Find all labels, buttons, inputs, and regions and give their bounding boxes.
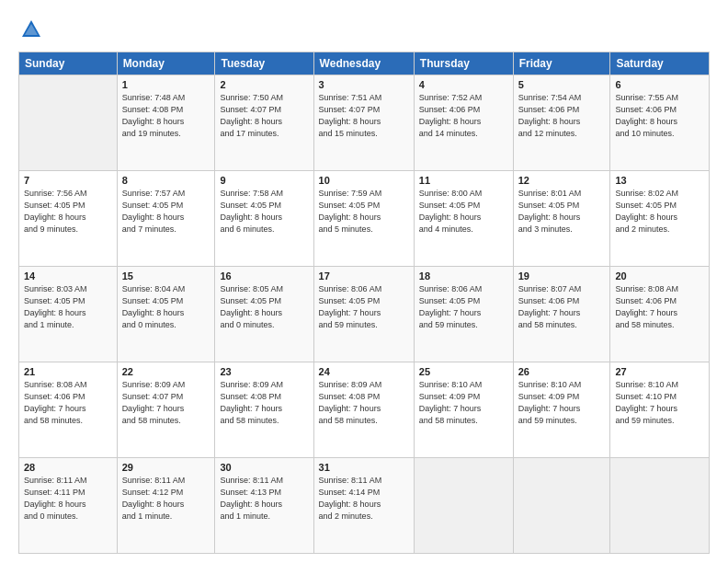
day-info: Sunrise: 8:07 AM Sunset: 4:06 PM Dayligh… (518, 283, 606, 331)
calendar-cell: 18Sunrise: 8:06 AM Sunset: 4:05 PM Dayli… (414, 267, 513, 362)
day-info: Sunrise: 8:10 AM Sunset: 4:09 PM Dayligh… (518, 379, 606, 427)
day-number: 21 (24, 366, 112, 377)
calendar-cell: 5Sunrise: 7:54 AM Sunset: 4:06 PM Daylig… (513, 75, 610, 171)
day-info: Sunrise: 8:01 AM Sunset: 4:05 PM Dayligh… (518, 188, 606, 236)
day-info: Sunrise: 8:09 AM Sunset: 4:08 PM Dayligh… (220, 379, 308, 427)
day-number: 26 (518, 366, 606, 377)
calendar-cell (610, 458, 710, 554)
day-info: Sunrise: 8:00 AM Sunset: 4:05 PM Dayligh… (419, 188, 508, 236)
day-info: Sunrise: 8:09 AM Sunset: 4:07 PM Dayligh… (122, 379, 210, 427)
day-number: 23 (220, 366, 308, 377)
calendar-cell: 9Sunrise: 7:58 AM Sunset: 4:05 PM Daylig… (215, 171, 313, 267)
day-number: 10 (319, 175, 409, 186)
day-number: 15 (122, 270, 210, 282)
calendar-cell: 13Sunrise: 8:02 AM Sunset: 4:05 PM Dayli… (610, 171, 710, 267)
calendar-week-3: 14Sunrise: 8:03 AM Sunset: 4:05 PM Dayli… (19, 267, 710, 362)
calendar-table: SundayMondayTuesdayWednesdayThursdayFrid… (18, 52, 710, 554)
calendar-cell: 16Sunrise: 8:05 AM Sunset: 4:05 PM Dayli… (215, 267, 313, 362)
day-number: 19 (518, 270, 606, 282)
calendar-header-row: SundayMondayTuesdayWednesdayThursdayFrid… (19, 52, 710, 75)
day-info: Sunrise: 8:06 AM Sunset: 4:05 PM Dayligh… (419, 283, 508, 331)
day-info: Sunrise: 8:08 AM Sunset: 4:06 PM Dayligh… (24, 379, 112, 427)
day-info: Sunrise: 7:51 AM Sunset: 4:07 PM Dayligh… (319, 92, 409, 140)
calendar-cell: 21Sunrise: 8:08 AM Sunset: 4:06 PM Dayli… (19, 362, 118, 458)
calendar-cell: 29Sunrise: 8:11 AM Sunset: 4:12 PM Dayli… (117, 458, 215, 554)
day-info: Sunrise: 8:05 AM Sunset: 4:05 PM Dayligh… (220, 283, 308, 331)
day-info: Sunrise: 8:11 AM Sunset: 4:12 PM Dayligh… (122, 475, 210, 523)
col-header-saturday: Saturday (610, 52, 710, 75)
calendar-cell (414, 458, 513, 554)
day-info: Sunrise: 8:11 AM Sunset: 4:11 PM Dayligh… (24, 475, 112, 523)
day-info: Sunrise: 8:09 AM Sunset: 4:08 PM Dayligh… (319, 379, 409, 427)
day-number: 1 (122, 79, 210, 90)
header (18, 17, 710, 42)
calendar-cell: 17Sunrise: 8:06 AM Sunset: 4:05 PM Dayli… (313, 267, 414, 362)
calendar-cell: 19Sunrise: 8:07 AM Sunset: 4:06 PM Dayli… (513, 267, 610, 362)
day-info: Sunrise: 7:52 AM Sunset: 4:06 PM Dayligh… (419, 92, 508, 140)
calendar-cell: 11Sunrise: 8:00 AM Sunset: 4:05 PM Dayli… (414, 171, 513, 267)
logo-icon (18, 17, 44, 42)
day-number: 31 (319, 462, 409, 473)
day-number: 17 (319, 270, 409, 282)
day-info: Sunrise: 8:02 AM Sunset: 4:05 PM Dayligh… (615, 188, 704, 236)
day-info: Sunrise: 8:11 AM Sunset: 4:13 PM Dayligh… (220, 475, 308, 523)
day-info: Sunrise: 7:55 AM Sunset: 4:06 PM Dayligh… (615, 92, 704, 140)
day-info: Sunrise: 7:59 AM Sunset: 4:05 PM Dayligh… (319, 188, 409, 236)
page: SundayMondayTuesdayWednesdayThursdayFrid… (0, 0, 728, 563)
calendar-cell: 25Sunrise: 8:10 AM Sunset: 4:09 PM Dayli… (414, 362, 513, 458)
calendar-cell: 7Sunrise: 7:56 AM Sunset: 4:05 PM Daylig… (19, 171, 118, 267)
col-header-monday: Monday (117, 52, 215, 75)
calendar-cell: 14Sunrise: 8:03 AM Sunset: 4:05 PM Dayli… (19, 267, 118, 362)
day-number: 25 (419, 366, 508, 377)
calendar-cell: 6Sunrise: 7:55 AM Sunset: 4:06 PM Daylig… (610, 75, 710, 171)
day-info: Sunrise: 8:03 AM Sunset: 4:05 PM Dayligh… (24, 283, 112, 331)
day-number: 8 (122, 175, 210, 186)
day-info: Sunrise: 7:58 AM Sunset: 4:05 PM Dayligh… (220, 188, 308, 236)
day-number: 11 (419, 175, 508, 186)
calendar-week-5: 28Sunrise: 8:11 AM Sunset: 4:11 PM Dayli… (19, 458, 710, 554)
day-number: 29 (122, 462, 210, 473)
calendar-cell: 12Sunrise: 8:01 AM Sunset: 4:05 PM Dayli… (513, 171, 610, 267)
calendar-cell: 22Sunrise: 8:09 AM Sunset: 4:07 PM Dayli… (117, 362, 215, 458)
day-number: 20 (615, 270, 704, 282)
calendar-cell: 23Sunrise: 8:09 AM Sunset: 4:08 PM Dayli… (215, 362, 313, 458)
day-number: 24 (319, 366, 409, 377)
calendar-cell: 8Sunrise: 7:57 AM Sunset: 4:05 PM Daylig… (117, 171, 215, 267)
calendar-cell: 26Sunrise: 8:10 AM Sunset: 4:09 PM Dayli… (513, 362, 610, 458)
day-number: 7 (24, 175, 112, 186)
day-number: 4 (419, 79, 508, 90)
day-info: Sunrise: 7:48 AM Sunset: 4:08 PM Dayligh… (122, 92, 210, 140)
day-number: 18 (419, 270, 508, 282)
day-number: 6 (615, 79, 704, 90)
day-info: Sunrise: 8:04 AM Sunset: 4:05 PM Dayligh… (122, 283, 210, 331)
day-number: 12 (518, 175, 606, 186)
calendar-cell: 10Sunrise: 7:59 AM Sunset: 4:05 PM Dayli… (313, 171, 414, 267)
day-info: Sunrise: 7:50 AM Sunset: 4:07 PM Dayligh… (220, 92, 308, 140)
day-info: Sunrise: 8:11 AM Sunset: 4:14 PM Dayligh… (319, 475, 409, 523)
day-number: 5 (518, 79, 606, 90)
calendar-cell: 20Sunrise: 8:08 AM Sunset: 4:06 PM Dayli… (610, 267, 710, 362)
calendar-cell: 27Sunrise: 8:10 AM Sunset: 4:10 PM Dayli… (610, 362, 710, 458)
calendar-week-2: 7Sunrise: 7:56 AM Sunset: 4:05 PM Daylig… (19, 171, 710, 267)
day-number: 13 (615, 175, 704, 186)
day-number: 9 (220, 175, 308, 186)
calendar-cell: 24Sunrise: 8:09 AM Sunset: 4:08 PM Dayli… (313, 362, 414, 458)
calendar-cell (19, 75, 118, 171)
calendar-cell: 2Sunrise: 7:50 AM Sunset: 4:07 PM Daylig… (215, 75, 313, 171)
calendar-cell: 28Sunrise: 8:11 AM Sunset: 4:11 PM Dayli… (19, 458, 118, 554)
day-number: 3 (319, 79, 409, 90)
col-header-thursday: Thursday (414, 52, 513, 75)
day-number: 16 (220, 270, 308, 282)
col-header-wednesday: Wednesday (313, 52, 414, 75)
day-info: Sunrise: 7:54 AM Sunset: 4:06 PM Dayligh… (518, 92, 606, 140)
day-number: 2 (220, 79, 308, 90)
day-info: Sunrise: 8:06 AM Sunset: 4:05 PM Dayligh… (319, 283, 409, 331)
calendar-cell: 4Sunrise: 7:52 AM Sunset: 4:06 PM Daylig… (414, 75, 513, 171)
day-number: 30 (220, 462, 308, 473)
day-info: Sunrise: 8:10 AM Sunset: 4:10 PM Dayligh… (615, 379, 704, 427)
day-info: Sunrise: 7:56 AM Sunset: 4:05 PM Dayligh… (24, 188, 112, 236)
calendar-cell: 15Sunrise: 8:04 AM Sunset: 4:05 PM Dayli… (117, 267, 215, 362)
calendar-cell: 3Sunrise: 7:51 AM Sunset: 4:07 PM Daylig… (313, 75, 414, 171)
day-number: 27 (615, 366, 704, 377)
calendar-cell (513, 458, 610, 554)
